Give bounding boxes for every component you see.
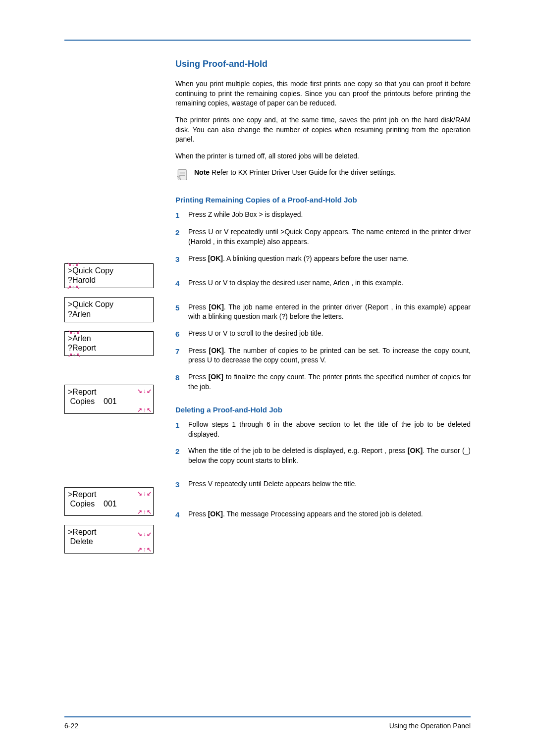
step: 4Press U or V to display the desired use… (175, 278, 471, 289)
intro-paragraph: When you print multiple copies, this mod… (175, 79, 471, 108)
footer-rule (64, 716, 471, 717)
step: 2Press U or V repeatedly until >Quick Co… (175, 227, 471, 247)
note-text: Note Refer to KX Printer Driver User Gui… (194, 168, 471, 178)
step-number: 1 (175, 420, 182, 439)
cursor-indicator-icon: ↗ ↑ ↖ (137, 548, 151, 552)
cursor-indicator-icon: ↗ ↑ ↖ (137, 408, 151, 412)
lcd-line: >Quick Copy (68, 300, 150, 309)
note-body: Refer to KX Printer Driver User Guide fo… (210, 168, 396, 176)
step-number: 7 (175, 346, 182, 365)
lcd-quickcopy-harold: ↘ ↓ ↙ >Quick Copy ?Harold ↗ ↑ ↖ (64, 263, 154, 288)
intro-paragraph: The printer prints one copy and, at the … (175, 115, 471, 145)
note-label: Note (194, 168, 210, 176)
step-text: Press [OK] to finalize the copy count. T… (188, 372, 471, 392)
note-block: Note Refer to KX Printer Driver User Gui… (175, 168, 471, 182)
lcd-line: ?Arlen (68, 309, 150, 319)
step-text: Press U or V to scroll to the desired jo… (188, 329, 471, 339)
step-text: Press U or V repeatedly until >Quick Cop… (188, 227, 471, 247)
step-number: 2 (175, 227, 182, 247)
step-text: Press U or V to display the desired user… (188, 278, 471, 289)
blink-indicator-icon: ↗ ↑ ↖ (68, 353, 80, 357)
cursor-indicator-icon: ↗ ↑ ↖ (137, 510, 151, 514)
top-rule (64, 40, 471, 41)
step: 7Press [OK]. The number of copies to be … (175, 346, 471, 365)
step-number: 3 (175, 479, 182, 490)
step-number: 4 (175, 278, 182, 289)
step-number: 3 (175, 254, 182, 264)
lcd-line: Copies 001 (68, 397, 150, 406)
step-text: Press [OK]. The number of copies to be p… (188, 346, 471, 365)
lcd-line: ?Report (68, 343, 150, 353)
lcd-report-copies-2: >Report Copies 001 ↘ ↓ ↙ ↗ ↑ ↖ (64, 487, 154, 516)
section-title: Using Proof-and-Hold (175, 58, 471, 70)
lcd-line: Copies 001 (68, 499, 150, 508)
blink-indicator-icon: ↘ ↓ ↙ (68, 330, 80, 334)
lcd-line: Delete (68, 537, 150, 546)
step-number: 4 (175, 509, 182, 520)
printing-steps: 1Press Z while Job Box > is displayed. 2… (175, 210, 471, 392)
step: 5Press [OK]. The job name entered in the… (175, 302, 471, 322)
step: 8Press [OK] to finalize the copy count. … (175, 372, 471, 392)
step-number: 6 (175, 329, 182, 339)
deleting-title: Deleting a Proof-and-Hold Job (175, 404, 471, 415)
blink-indicator-icon: ↘ ↓ ↙ (67, 262, 79, 266)
step-text: Press [OK]. The message Processing appea… (188, 509, 471, 520)
step-number: 5 (175, 302, 182, 322)
step-number: 2 (175, 446, 182, 465)
step: 1Press Z while Job Box > is displayed. (175, 210, 471, 220)
page-number: 6-22 (64, 721, 78, 731)
step: 3Press V repeatedly until Delete appears… (175, 479, 471, 490)
footer: 6-22 Using the Operation Panel (64, 716, 471, 731)
step-text: Follow steps 1 through 6 in the above se… (188, 420, 471, 439)
blink-indicator-icon: ↗ ↑ ↖ (67, 286, 79, 289)
lcd-line: >Arlen (68, 334, 150, 343)
footer-section-name: Using the Operation Panel (389, 721, 471, 731)
intro-paragraph: When the printer is turned off, all stor… (175, 151, 471, 161)
lcd-report-delete: >Report Delete ↘ ↓ ↙ ↗ ↑ ↖ (64, 525, 154, 554)
deleting-steps: 1Follow steps 1 through 6 in the above s… (175, 420, 471, 520)
lcd-arlen-report: ↘ ↓ ↙ >Arlen ?Report ↗ ↑ ↖ (64, 331, 154, 356)
step-number: 1 (175, 210, 182, 220)
step: 4Press [OK]. The message Processing appe… (175, 509, 471, 520)
step: 3Press [OK]. A blinking question mark (?… (175, 254, 471, 264)
lcd-column: ↘ ↓ ↙ >Quick Copy ?Harold ↗ ↑ ↖ >Quick C… (64, 58, 163, 562)
printing-title: Printing Remaining Copies of a Proof-and… (175, 195, 471, 205)
lcd-quickcopy-arlen: >Quick Copy ?Arlen (64, 297, 154, 322)
cursor-indicator-icon: ↘ ↓ ↙ (137, 532, 151, 537)
step-text: Press [OK]. The job name entered in the … (188, 302, 471, 322)
step-text: Press Z while Job Box > is displayed. (188, 210, 471, 220)
lcd-line: >Quick Copy (68, 266, 150, 275)
cursor-indicator-icon: ↘ ↓ ↙ (137, 389, 151, 394)
step-number: 8 (175, 372, 182, 392)
cursor-indicator-icon: ↘ ↓ ↙ (137, 492, 151, 496)
lcd-line: ?Harold (68, 275, 150, 285)
lcd-report-copies-1: >Report Copies 001 ↘ ↓ ↙ ↗ ↑ ↖ (64, 385, 154, 413)
body-column: Using Proof-and-Hold When you print mult… (175, 58, 471, 562)
step-text: When the title of the job to be deleted … (188, 446, 471, 465)
step-text: Press V repeatedly until Delete appears … (188, 479, 471, 490)
step-text: Press [OK]. A blinking question mark (?)… (188, 254, 471, 264)
note-icon (175, 168, 189, 182)
step: 6Press U or V to scroll to the desired j… (175, 329, 471, 339)
step: 2When the title of the job to be deleted… (175, 446, 471, 465)
step: 1Follow steps 1 through 6 in the above s… (175, 420, 471, 439)
